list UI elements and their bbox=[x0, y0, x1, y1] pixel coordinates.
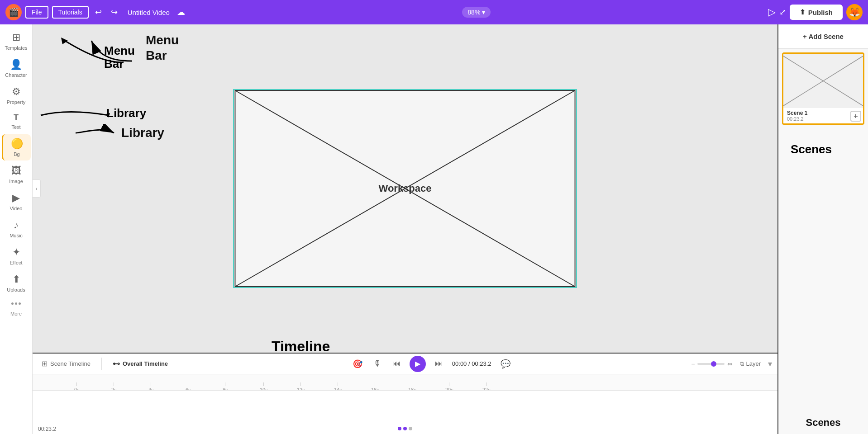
library-label: Library bbox=[121, 125, 164, 141]
undo-button[interactable]: ↩ bbox=[92, 5, 105, 19]
canvas[interactable]: Workspace bbox=[233, 89, 577, 288]
ruler-mark-6s: 6s bbox=[186, 382, 191, 391]
ruler-mark-4s: 4s bbox=[148, 382, 154, 391]
sidebar-item-label: Templates bbox=[5, 45, 27, 51]
ruler-mark-14s: 14s bbox=[334, 382, 342, 391]
timeline-ruler: 0s 2s 4s 6s 8s 10s bbox=[33, 374, 777, 391]
overall-timeline-label: Overall Timeline bbox=[123, 360, 168, 367]
scene-add-button[interactable]: + bbox=[850, 111, 861, 122]
zoom-expand-button[interactable]: ⇔ bbox=[727, 360, 733, 368]
uploads-icon: ⬆ bbox=[12, 274, 20, 285]
timeline-play-button[interactable]: ▶ bbox=[410, 356, 426, 372]
share-button[interactable]: ⤢ bbox=[779, 7, 786, 17]
logo-icon: 🎬 bbox=[5, 4, 22, 20]
more-dot3 bbox=[19, 302, 21, 305]
ruler-mark-0s: 0s bbox=[74, 382, 80, 391]
tab-overall-timeline[interactable]: ⊷ Overall Timeline bbox=[109, 358, 172, 370]
mic-button[interactable]: 🎙 bbox=[372, 357, 383, 370]
sidebar-item-character[interactable]: 👤 Character bbox=[2, 55, 31, 81]
menu-bar-annotation: Menu Bar bbox=[87, 33, 179, 65]
file-button[interactable]: File bbox=[25, 6, 48, 19]
templates-icon: ⊞ bbox=[12, 32, 20, 43]
captions-button[interactable]: 💬 bbox=[499, 357, 512, 371]
canvas-placeholder: Workspace bbox=[234, 90, 576, 287]
scene-timeline-icon: ⊞ bbox=[42, 359, 48, 368]
scene-thumbnail-wireframe bbox=[783, 54, 863, 108]
sidebar-item-label: Property bbox=[7, 99, 26, 105]
add-scene-button[interactable]: + Add Scene bbox=[778, 24, 868, 49]
scene-1-duration: 00:23.2 bbox=[787, 116, 859, 122]
overall-timeline-icon: ⊷ bbox=[113, 359, 120, 368]
track-dot-2 bbox=[403, 427, 407, 430]
sidebar-item-label: Character bbox=[5, 72, 27, 78]
more-dot2 bbox=[15, 302, 17, 305]
library-annotation: Library bbox=[73, 124, 164, 142]
topbar: 🎬 File Tutorials ↩ ↪ Untitled Video ☁ 88… bbox=[0, 0, 868, 24]
ruler-mark-20s: 20s bbox=[445, 382, 453, 391]
right-panel: + Add Scene Scene 1 00:23.2 + Scenes bbox=[777, 24, 868, 434]
timeline-expand-button[interactable]: ▾ bbox=[768, 359, 772, 369]
ruler-mark-12s: 12s bbox=[297, 382, 305, 391]
more-dot1 bbox=[11, 302, 14, 305]
center-panel: Menu Bar Library bbox=[33, 24, 777, 434]
text-icon: T bbox=[14, 113, 19, 123]
save-icon[interactable]: ☁ bbox=[177, 7, 185, 17]
tutorials-button[interactable]: Tutorials bbox=[52, 6, 89, 19]
avatar[interactable]: 🦊 bbox=[846, 4, 863, 20]
timeline-track-area[interactable]: 00:23.2 bbox=[33, 391, 777, 434]
sidebar-item-bg[interactable]: 🟡 Bg bbox=[2, 134, 31, 160]
sidebar: ⊞ Templates 👤 Character ⚙ Property T Tex… bbox=[0, 24, 33, 434]
publish-icon: ⬆ bbox=[800, 8, 806, 16]
document-title: Untitled Video bbox=[128, 9, 170, 16]
skip-back-button[interactable]: ⏮ bbox=[391, 357, 402, 370]
ruler-mark-8s: 8s bbox=[223, 382, 228, 391]
sidebar-item-uploads[interactable]: ⬆ Uploads bbox=[2, 270, 31, 296]
zoom-button[interactable]: 88% ▾ bbox=[462, 7, 491, 18]
sidebar-item-templates[interactable]: ⊞ Templates bbox=[2, 28, 31, 54]
sidebar-item-text[interactable]: T Text bbox=[2, 109, 31, 133]
ruler-mark-18s: 18s bbox=[408, 382, 416, 391]
sidebar-more-button[interactable] bbox=[11, 297, 21, 310]
sidebar-item-label: Image bbox=[9, 179, 23, 184]
layers-icon: ⧉ bbox=[740, 360, 744, 368]
zoom-out-button[interactable]: − bbox=[691, 360, 695, 368]
workspace[interactable]: Menu Bar Library bbox=[33, 24, 777, 353]
sidebar-item-label: Video bbox=[10, 206, 23, 211]
timeline-track-dots bbox=[398, 427, 412, 430]
timeline: ⊞ Scene Timeline ⊷ Overall Timeline 🎯 🎙 … bbox=[33, 353, 777, 434]
zoom-control: − ⇔ bbox=[691, 360, 733, 368]
ruler-mark-16s: 16s bbox=[371, 382, 379, 391]
publish-button[interactable]: ⬆ Publish bbox=[790, 5, 843, 20]
scene-1-thumbnail bbox=[783, 54, 863, 108]
redo-button[interactable]: ↪ bbox=[108, 5, 120, 19]
sidebar-item-music[interactable]: ♪ Music bbox=[2, 216, 31, 242]
more-label: More bbox=[10, 311, 22, 316]
skip-forward-button[interactable]: ⏭ bbox=[433, 357, 445, 370]
scenes-annotation-label: Scenes bbox=[778, 411, 868, 434]
ruler-mark-22s: 22s bbox=[482, 382, 491, 391]
main-layout: ⊞ Templates 👤 Character ⚙ Property T Tex… bbox=[0, 24, 868, 434]
sidebar-item-property[interactable]: ⚙ Property bbox=[2, 82, 31, 108]
tab-scene-timeline[interactable]: ⊞ Scene Timeline bbox=[38, 358, 94, 370]
scene-1-card[interactable]: Scene 1 00:23.2 + bbox=[782, 52, 864, 125]
camera-sync-button[interactable]: 🎯 bbox=[351, 357, 364, 371]
music-icon: ♪ bbox=[14, 219, 19, 231]
sidebar-item-video[interactable]: ▶ Video bbox=[2, 189, 31, 215]
timeline-divider bbox=[101, 358, 102, 370]
sidebar-item-label: Text bbox=[11, 124, 20, 130]
sidebar-item-image[interactable]: 🖼 Image bbox=[2, 161, 31, 188]
zoom-slider[interactable] bbox=[697, 363, 725, 365]
canvas-wireframe bbox=[234, 90, 576, 287]
current-time: 00:00 / 00:23.2 bbox=[452, 360, 491, 367]
scene-1-name: Scene 1 bbox=[787, 110, 859, 116]
bg-icon: 🟡 bbox=[11, 138, 23, 150]
sidebar-item-effect[interactable]: ✦ Effect bbox=[2, 243, 31, 269]
preview-play-button[interactable]: ▷ bbox=[768, 6, 776, 18]
layer-control[interactable]: ⧉ Layer bbox=[740, 360, 761, 368]
library-arrow bbox=[73, 124, 119, 142]
menu-bar-label: Menu Bar bbox=[146, 33, 179, 63]
video-icon: ▶ bbox=[12, 192, 20, 204]
track-dot-1 bbox=[398, 427, 401, 430]
collapse-sidebar-button[interactable]: ‹ bbox=[33, 179, 41, 198]
sidebar-item-label: Music bbox=[10, 233, 23, 238]
